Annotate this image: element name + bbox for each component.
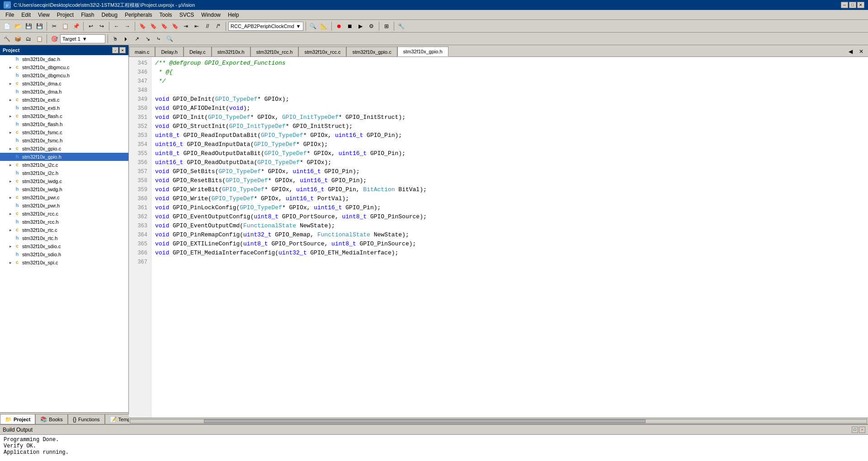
nav-back-button[interactable]: ← — [112, 21, 122, 31]
tree-item[interactable]: hstm32f10x_fsmc.h — [0, 136, 128, 145]
editor-tab-main-c[interactable]: main.c — [129, 47, 155, 56]
target-settings-button[interactable]: 🎯 — [49, 34, 59, 44]
rcc-dropdown[interactable]: RCC_APB2PeriphClockCmd ▼ — [228, 22, 303, 31]
new-file-button[interactable]: 📄 — [2, 21, 12, 31]
save-all-button[interactable]: 💾 — [34, 21, 44, 31]
editor-tab-stm32f10x_rcc-h[interactable]: stm32f10x_rcc.h — [250, 47, 299, 56]
comment-btn1[interactable]: // — [203, 21, 212, 31]
editor-tab-stm32f10x-h[interactable]: stm32f10x.h — [212, 47, 250, 56]
maximize-button[interactable]: □ — [849, 2, 856, 8]
menu-item-project[interactable]: Project — [53, 11, 77, 19]
comment-btn2[interactable]: /* — [213, 21, 223, 31]
copy-button[interactable]: 📋 — [60, 21, 70, 31]
scrollbar-track[interactable] — [130, 419, 867, 423]
menu-item-debug[interactable]: Debug — [98, 11, 121, 19]
tree-item[interactable]: ▸cstm32f10x_pwr.c — [0, 193, 128, 202]
indent-btn2[interactable]: ⇤ — [192, 21, 202, 31]
tree-item[interactable]: hstm32f10x_i2c.h — [0, 169, 128, 177]
close-button[interactable]: ✕ — [857, 2, 864, 8]
tree-item[interactable]: hstm32f10x_dac.h — [0, 55, 128, 63]
tree-item[interactable]: hstm32f10x_sdio.h — [0, 250, 128, 259]
tree-expand-icon[interactable]: ▸ — [7, 81, 14, 86]
build-btn3[interactable]: 🗂 — [24, 34, 33, 44]
tree-item[interactable]: ▸cstm32f10x_dbgmcu.c — [0, 63, 128, 71]
scrollbar-thumb[interactable] — [204, 419, 646, 423]
menu-item-peripherals[interactable]: Peripherals — [121, 11, 156, 19]
menu-item-tools[interactable]: Tools — [156, 11, 176, 19]
tree-item[interactable]: hstm32f10x_iwdg.h — [0, 185, 128, 193]
project-tree[interactable]: hstm32f10x_dac.h▸cstm32f10x_dbgmcu.chstm… — [0, 55, 128, 412]
editor-tab-Delay-c[interactable]: Delay.c — [184, 47, 212, 56]
tree-expand-icon[interactable]: ▸ — [7, 146, 14, 151]
minimize-button[interactable]: ─ — [841, 2, 848, 8]
wrench-button[interactable]: 🔧 — [396, 21, 406, 31]
build-close-button[interactable]: × — [859, 427, 865, 433]
settings-button[interactable]: ⚙ — [367, 21, 377, 31]
save-file-button[interactable]: 💾 — [24, 21, 33, 31]
tree-item[interactable]: ▸cstm32f10x_dma.c — [0, 80, 128, 88]
tree-expand-icon[interactable]: ▸ — [7, 195, 14, 200]
bookmark-btn4[interactable]: 🔖 — [170, 21, 180, 31]
tree-item[interactable]: hstm32f10x_dma.h — [0, 88, 128, 96]
debug-extra-btn[interactable]: 🔍 — [165, 34, 175, 44]
build-btn1[interactable]: 🔨 — [2, 34, 12, 44]
menu-item-window[interactable]: Window — [198, 11, 224, 19]
sidebar-close-button[interactable]: × — [119, 47, 126, 53]
build-btn2[interactable]: 📦 — [13, 34, 23, 44]
tree-expand-icon[interactable]: ▸ — [7, 244, 14, 249]
menu-item-file[interactable]: File — [2, 11, 18, 19]
debug-start-btn[interactable]: ⏵ — [121, 34, 131, 44]
sidebar-tab-project[interactable]: 📁Project — [0, 414, 35, 424]
menu-item-edit[interactable]: Edit — [18, 11, 34, 19]
nav-fwd-button[interactable]: → — [123, 21, 132, 31]
tree-item[interactable]: hstm32f10x_pwr.h — [0, 202, 128, 210]
tree-item[interactable]: ▸cstm32f10x_exti.c — [0, 96, 128, 104]
play-button[interactable]: ▶ — [356, 21, 366, 31]
target-dropdown[interactable]: Target 1 ▼ — [60, 34, 105, 43]
tree-item[interactable]: hstm32f10x_gpio.h — [0, 153, 128, 161]
tree-expand-icon[interactable]: ▸ — [7, 98, 14, 102]
editor-tab-Delay-h[interactable]: Delay.h — [155, 47, 183, 56]
stop-button[interactable]: ⏹ — [345, 21, 355, 31]
tree-item[interactable]: ▸cstm32f10x_rcc.c — [0, 210, 128, 218]
debug-mode-btn[interactable]: 🖱 — [110, 34, 120, 44]
editor-tab-stm32f10x_gpio-h[interactable]: stm32f10x_gpio.h — [397, 47, 448, 56]
editor-tab-stm32f10x_rcc-c[interactable]: stm32f10x_rcc.c — [298, 47, 346, 56]
cut-button[interactable]: ✂ — [49, 21, 59, 31]
menu-item-help[interactable]: Help — [224, 11, 243, 19]
tree-item[interactable]: ▸cstm32f10x_iwdg.c — [0, 177, 128, 185]
paste-button[interactable]: 📌 — [71, 21, 81, 31]
tree-item[interactable]: ▸cstm32f10x_gpio.c — [0, 145, 128, 153]
sidebar-tab-books[interactable]: 📚Books — [35, 414, 68, 424]
tabs-scroll-left[interactable]: ◀ — [845, 47, 855, 56]
bookmark-btn2[interactable]: 🔖 — [148, 21, 158, 31]
tree-expand-icon[interactable]: ▸ — [7, 260, 14, 265]
tree-expand-icon[interactable]: ▸ — [7, 228, 14, 232]
tree-item[interactable]: ▸cstm32f10x_flash.c — [0, 112, 128, 120]
bookmark-btn1[interactable]: 🔖 — [137, 21, 147, 31]
grid-button[interactable]: ⊞ — [382, 21, 392, 31]
build-float-button[interactable]: □ — [852, 427, 858, 433]
open-file-button[interactable]: 📂 — [13, 21, 23, 31]
tree-expand-icon[interactable]: ▸ — [7, 163, 14, 167]
sidebar-collapse-button[interactable]: - — [112, 47, 118, 53]
tree-expand-icon[interactable]: ▸ — [7, 179, 14, 183]
horizontal-scrollbar[interactable] — [129, 418, 868, 424]
tree-expand-icon[interactable]: ▸ — [7, 65, 14, 70]
debug-step2-btn[interactable]: ↘ — [143, 34, 153, 44]
sidebar-tab-functions[interactable]: {}Functions — [68, 414, 105, 424]
tree-item[interactable]: ▸cstm32f10x_sdio.c — [0, 242, 128, 250]
tree-item[interactable]: hstm32f10x_rcc.h — [0, 218, 128, 226]
undo-button[interactable]: ↩ — [86, 21, 96, 31]
tree-expand-icon[interactable]: ▸ — [7, 130, 14, 135]
tree-item[interactable]: hstm32f10x_exti.h — [0, 104, 128, 112]
tree-item[interactable]: ▸cstm32f10x_fsmc.c — [0, 128, 128, 136]
menu-item-svcs[interactable]: SVCS — [176, 11, 198, 19]
menu-item-flash[interactable]: Flash — [77, 11, 98, 19]
tree-expand-icon[interactable]: ▸ — [7, 114, 14, 118]
bookmark-btn3[interactable]: 🔖 — [159, 21, 169, 31]
debug-step-btn[interactable]: ↗ — [132, 34, 142, 44]
record-button[interactable]: ⏺ — [334, 21, 344, 31]
editor-tab-stm32f10x_gpio-c[interactable]: stm32f10x_gpio.c — [346, 47, 397, 56]
indent-btn1[interactable]: ⇥ — [181, 21, 191, 31]
